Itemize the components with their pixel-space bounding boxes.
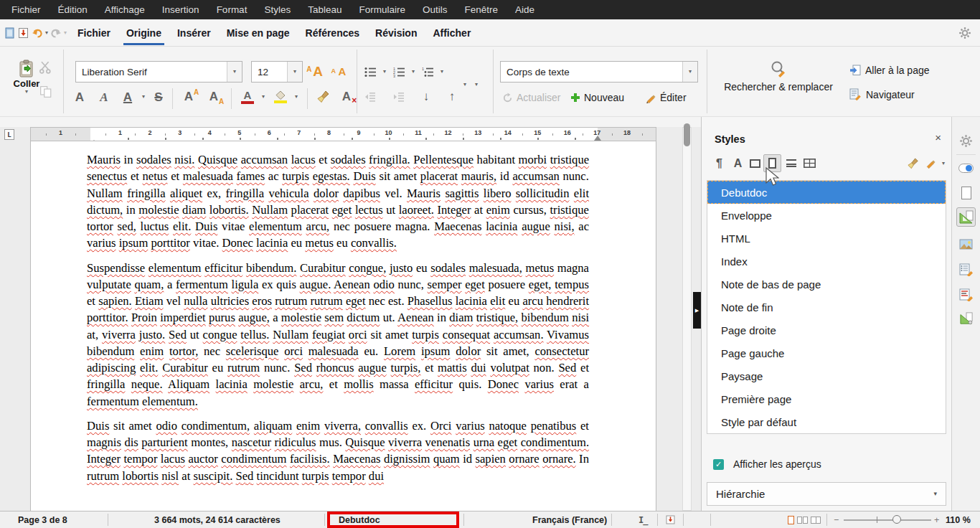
menu-styles[interactable]: Styles	[255, 0, 299, 19]
paste-dropdown-icon[interactable]: ▾	[10, 89, 43, 95]
book-view-icon[interactable]	[811, 517, 821, 524]
vertical-scrollbar[interactable]	[682, 127, 692, 511]
new-style-from-selection-icon[interactable]	[922, 154, 940, 172]
list-styles-icon[interactable]	[782, 154, 800, 172]
copy-icon[interactable]	[39, 85, 52, 98]
superscript-icon[interactable]: AA	[178, 86, 199, 108]
show-previews-row[interactable]: ✓ Afficher les aperçus	[713, 458, 821, 470]
bullet-list-dropdown-icon[interactable]: ▾	[379, 61, 390, 82]
clear-formatting-icon[interactable]: A×	[336, 86, 357, 108]
styles-panel-close-icon[interactable]: ×	[935, 131, 941, 143]
font-name-combobox[interactable]: Liberation Serif ▾	[75, 61, 242, 82]
font-color-icon[interactable]: A	[237, 86, 258, 108]
highlight-dropdown-icon[interactable]: ▾	[291, 86, 302, 108]
new-document-icon[interactable]	[4, 24, 16, 42]
style-item-premiere-page[interactable]: Première page	[707, 387, 946, 410]
menu-affichage[interactable]: Affichage	[96, 0, 154, 19]
font-name-dropdown-icon[interactable]: ▾	[227, 62, 242, 82]
bold-icon[interactable]: A	[69, 86, 90, 108]
fill-format-broom-icon[interactable]	[904, 154, 922, 172]
frame-styles-icon[interactable]	[746, 154, 764, 172]
character-styles-icon[interactable]: A	[729, 154, 747, 172]
edit-style-button[interactable]: Éditer	[646, 92, 687, 103]
numbered-list-dropdown-icon[interactable]: ▾	[407, 61, 419, 82]
menu-fichier[interactable]: Fichier	[3, 0, 50, 19]
increase-indent-icon[interactable]	[390, 86, 408, 108]
indent-marker-right[interactable]	[594, 136, 601, 141]
zoom-slider-track[interactable]	[844, 519, 931, 521]
outline-list-dropdown-icon[interactable]: ▾	[436, 61, 448, 82]
style-item-page-gauche[interactable]: Page gauche	[707, 341, 946, 364]
menu-outils[interactable]: Outils	[414, 0, 456, 19]
menu-format[interactable]: Format	[208, 0, 256, 19]
style-filter-select[interactable]: Hiérarchie ▾	[707, 482, 946, 506]
sidebar-design-icon[interactable]	[956, 308, 976, 328]
single-page-view-icon[interactable]	[788, 516, 794, 524]
navigator-button[interactable]: Navigateur	[849, 88, 915, 100]
highlight-color-icon[interactable]	[270, 86, 291, 108]
zoom-level-status[interactable]: 110 %	[946, 512, 971, 528]
grow-font-icon[interactable]: AA	[307, 61, 329, 82]
zoom-slider-handle[interactable]	[892, 515, 901, 524]
tab-afficher[interactable]: Afficher	[425, 19, 479, 46]
strikethrough-icon[interactable]: S	[148, 86, 169, 108]
show-previews-checkbox[interactable]: ✓	[713, 459, 724, 470]
underline-icon[interactable]: A	[117, 86, 138, 108]
numbered-list-icon[interactable]: 123	[390, 61, 408, 82]
bullet-list-icon[interactable]	[361, 61, 380, 82]
sidebar-properties-icon[interactable]	[956, 159, 976, 178]
move-down-icon[interactable]: ↓	[417, 86, 435, 108]
clone-formatting-broom-icon[interactable]	[313, 86, 334, 108]
sidebar-manage-changes-icon[interactable]	[956, 285, 976, 304]
style-actions-dropdown-icon[interactable]: ▾	[938, 154, 948, 172]
zoom-out-icon[interactable]: −	[834, 512, 839, 528]
save-icon[interactable]	[17, 24, 29, 42]
notebookbar-menu-gear-icon[interactable]	[958, 19, 980, 46]
multi-page-view-icon[interactable]	[797, 517, 808, 524]
page-styles-list[interactable]: DebutdocEnveloppeHTMLIndexNote de bas de…	[707, 180, 946, 434]
tab-inserer[interactable]: Insérer	[169, 19, 219, 46]
document-paragraph[interactable]: Duis sit amet odio condimentum, aliquam …	[87, 418, 589, 484]
menu-insertion[interactable]: Insertion	[154, 0, 208, 19]
style-item-style-par-defaut[interactable]: Style par défaut	[707, 410, 946, 433]
indent-marker-left[interactable]	[83, 128, 98, 141]
tab-revision[interactable]: Révision	[367, 19, 425, 46]
tab-references[interactable]: Références	[298, 19, 368, 46]
style-item-paysage[interactable]: Paysage	[707, 364, 946, 387]
tab-stop-type-selector[interactable]: L	[4, 129, 14, 140]
subscript-icon[interactable]: AA	[203, 86, 225, 108]
sidebar-settings-gear-icon[interactable]	[956, 131, 976, 151]
list-overflow-dropdown-icon[interactable]: ▾	[471, 74, 482, 95]
menu-fenetre[interactable]: Fenêtre	[456, 0, 507, 19]
tab-mise-en-page[interactable]: Mise en page	[219, 19, 298, 46]
menu-aide[interactable]: Aide	[507, 0, 543, 19]
selection-mode-icon[interactable]: I_	[639, 512, 647, 528]
vertical-scrollbar-thumb[interactable]	[684, 123, 690, 146]
style-item-debutdoc[interactable]: Debutdoc	[707, 181, 946, 204]
italic-icon[interactable]: A	[93, 86, 115, 108]
goto-page-button[interactable]: Aller à la page	[849, 65, 930, 76]
tab-fichier[interactable]: Fichier	[70, 19, 118, 46]
redo-dropdown-icon[interactable]: ▾	[64, 30, 67, 36]
paragraph-style-combobox[interactable]: Corps de texte ▾	[500, 61, 698, 82]
sidebar-styles-icon[interactable]	[956, 207, 976, 227]
page-number-status[interactable]: Page 3 de 8	[18, 512, 67, 528]
menu-tableau[interactable]: Tableau	[299, 0, 350, 19]
style-item-index[interactable]: Index	[707, 250, 946, 273]
table-styles-icon[interactable]	[801, 154, 819, 172]
move-up-icon[interactable]: ↑	[443, 86, 461, 108]
paragraph-styles-icon[interactable]: ¶	[710, 154, 728, 172]
shrink-font-icon[interactable]: AA	[331, 61, 353, 82]
style-item-page-droite[interactable]: Page droite	[707, 319, 946, 341]
font-size-dropdown-icon[interactable]: ▾	[287, 62, 302, 82]
style-item-note-de-fin[interactable]: Note de fin	[707, 296, 946, 319]
document-paragraph[interactable]: Mauris in sodales nisi. Quisque accumsan…	[87, 151, 589, 252]
find-replace-button[interactable]: Rechercher & remplacer	[717, 60, 839, 93]
page-style-status-annotation[interactable]: Debutdoc	[327, 512, 459, 528]
zoom-in-icon[interactable]: +	[934, 512, 939, 528]
tab-origine[interactable]: Origine	[118, 19, 169, 46]
language-status[interactable]: Français (France)	[532, 512, 607, 528]
cut-icon[interactable]	[39, 61, 53, 74]
word-count-status[interactable]: 3 664 mots, 24 614 caractères	[154, 512, 281, 528]
page-styles-icon[interactable]	[763, 154, 781, 172]
